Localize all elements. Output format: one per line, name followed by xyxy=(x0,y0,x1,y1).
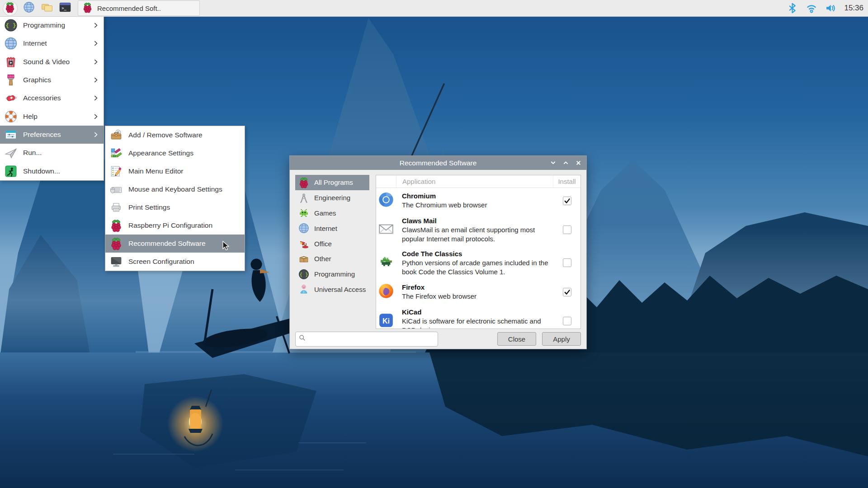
install-checkbox[interactable] xyxy=(563,258,571,267)
bluetooth-icon[interactable] xyxy=(786,2,799,14)
window-title: Recommended Software xyxy=(290,159,586,167)
office-icon xyxy=(297,238,310,250)
menu-item-programming[interactable]: { } Programming xyxy=(0,16,104,34)
application-description: The Chromium web browser xyxy=(402,201,551,210)
submenu-item-mouse-and-keyboard-settings[interactable]: Mouse and Keyboard Settings xyxy=(105,180,245,198)
mouse-cursor xyxy=(222,241,232,251)
universal-access-icon xyxy=(297,283,310,296)
install-checkbox[interactable] xyxy=(563,197,571,205)
engineering-icon xyxy=(297,192,310,204)
application-column-header[interactable]: Application xyxy=(396,178,553,185)
taskbar-window-label: Recommended Soft.. xyxy=(97,5,161,12)
application-name: Firefox xyxy=(402,283,551,292)
application-description: Python versions of arcade games included… xyxy=(402,258,551,276)
menu-item-graphics[interactable]: Graphics xyxy=(0,71,104,89)
internet-icon xyxy=(3,36,18,51)
file-manager-launcher[interactable] xyxy=(38,1,56,15)
raspberry-icon xyxy=(108,236,123,251)
application-name: Claws Mail xyxy=(402,216,551,225)
volume-icon[interactable] xyxy=(824,2,837,14)
menu-item-shutdown[interactable]: Shutdown... xyxy=(0,162,104,180)
kicad-icon: Ki xyxy=(377,312,395,329)
screen-config-icon xyxy=(108,254,123,269)
application-description: KiCad is software for electronic schemat… xyxy=(402,317,551,329)
firefox-icon xyxy=(377,282,395,301)
application-menu: { } Programming Internet Sound & Video G… xyxy=(0,16,104,181)
category-programming[interactable]: { } Programming xyxy=(295,267,369,282)
application-name: KiCad xyxy=(402,308,551,317)
application-row-chromium[interactable]: Chromium The Chromium web browser xyxy=(376,188,580,213)
chevron-right-icon xyxy=(93,113,99,120)
run-icon xyxy=(3,145,18,160)
category-internet[interactable]: Internet xyxy=(295,221,369,236)
other-icon xyxy=(297,253,310,265)
svg-text:Ki: Ki xyxy=(382,316,390,324)
recommended-software-window: Recommended Software All Programs Engine… xyxy=(289,155,587,349)
internet-icon xyxy=(297,222,310,235)
window-titlebar[interactable]: Recommended Software xyxy=(290,156,586,170)
chevron-right-icon xyxy=(93,59,99,65)
search-box[interactable] xyxy=(295,332,438,347)
category-other[interactable]: Other xyxy=(295,251,369,267)
application-name: Chromium xyxy=(402,192,551,201)
start-menu-button[interactable] xyxy=(0,1,20,15)
claws-mail-icon xyxy=(377,221,395,239)
chevron-right-icon xyxy=(93,131,99,138)
install-checkbox[interactable] xyxy=(563,288,571,296)
raspberry-icon xyxy=(297,176,310,188)
application-row-code-the-classics[interactable]: Code The Classics Python versions of arc… xyxy=(376,246,580,279)
icon-column-header xyxy=(376,175,396,188)
chevron-right-icon xyxy=(93,22,99,28)
application-rows: Chromium The Chromium web browser Claws … xyxy=(376,188,580,329)
programming-icon: { } xyxy=(297,268,310,280)
wifi-icon[interactable] xyxy=(805,2,818,14)
category-office[interactable]: Office xyxy=(295,236,369,251)
search-icon xyxy=(298,334,307,344)
svg-text:>_: >_ xyxy=(61,6,66,10)
appearance-icon xyxy=(108,146,123,161)
application-row-kicad[interactable]: Ki KiCad KiCad is software for electroni… xyxy=(376,305,580,329)
main-menu-editor-icon xyxy=(108,164,123,179)
close-button[interactable]: Close xyxy=(497,332,536,346)
install-checkbox[interactable] xyxy=(563,317,571,325)
terminal-launcher[interactable]: >_ xyxy=(56,1,74,15)
web-browser-launcher[interactable] xyxy=(20,1,38,15)
chevron-right-icon xyxy=(93,95,99,101)
install-column-header[interactable]: Install xyxy=(553,175,580,188)
desktop: >_ Recommended Soft.. 15:36 { } Programm… xyxy=(0,0,868,488)
search-input[interactable] xyxy=(308,335,435,343)
category-games[interactable]: Games xyxy=(295,206,369,221)
taskbar-window-button[interactable]: Recommended Soft.. xyxy=(78,0,200,16)
menu-item-sound-video[interactable]: Sound & Video xyxy=(0,53,104,71)
menu-item-accessories[interactable]: Accessories xyxy=(0,89,104,107)
maximize-window-button[interactable] xyxy=(562,160,569,166)
menu-item-help[interactable]: Help xyxy=(0,107,104,125)
category-engineering[interactable]: Engineering xyxy=(295,190,369,206)
svg-text:{ }: { } xyxy=(299,271,308,277)
category-list: All Programs Engineering Games Internet … xyxy=(295,175,369,329)
menu-item-preferences[interactable]: Preferences xyxy=(0,126,104,144)
submenu-item-add-remove-software[interactable]: Add / Remove Software xyxy=(105,126,245,144)
apply-button[interactable]: Apply xyxy=(542,332,581,346)
submenu-item-screen-configuration[interactable]: Screen Configuration xyxy=(105,253,245,271)
submenu-item-appearance-settings[interactable]: Appearance Settings xyxy=(105,144,245,162)
terminal-icon: >_ xyxy=(59,1,71,15)
submenu-item-main-menu-editor[interactable]: Main Menu Editor xyxy=(105,162,245,180)
close-window-button[interactable] xyxy=(575,160,582,166)
clock: 15:36 xyxy=(844,4,863,13)
chevron-right-icon xyxy=(93,168,99,174)
application-row-firefox[interactable]: Firefox The Firefox web browser xyxy=(376,279,580,305)
category-all-programs[interactable]: All Programs xyxy=(295,175,369,190)
submenu-item-print-settings[interactable]: Print Settings xyxy=(105,198,245,216)
add-remove-software-icon xyxy=(108,128,123,143)
menu-item-internet[interactable]: Internet xyxy=(0,34,104,52)
programming-icon: { } xyxy=(3,18,18,33)
submenu-item-raspberry-pi-configuration[interactable]: Raspberry Pi Configuration xyxy=(105,216,245,235)
menu-item-run[interactable]: Run... xyxy=(0,144,104,162)
category-universal-access[interactable]: Universal Access xyxy=(295,282,369,297)
sound-video-icon xyxy=(3,54,18,69)
shade-window-button[interactable] xyxy=(550,160,557,166)
install-checkbox[interactable] xyxy=(563,225,571,234)
help-icon xyxy=(3,109,18,124)
application-row-claws-mail[interactable]: Claws Mail ClawsMail is an email client … xyxy=(376,213,580,246)
